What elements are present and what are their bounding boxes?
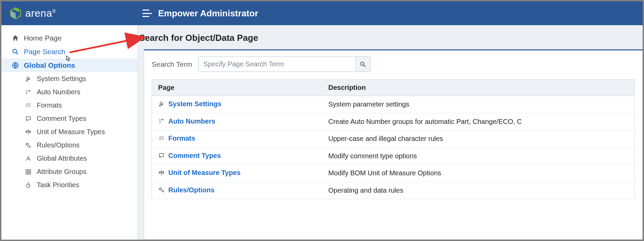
row-description: Create Auto Number groups for automatic …	[322, 113, 635, 130]
sidebar-item-label: Formats	[37, 101, 62, 109]
attributes-icon	[25, 155, 32, 162]
page-link[interactable]: Unit of Measure Types	[158, 169, 241, 177]
auto-number-icon	[25, 89, 32, 96]
page-link-label: Auto Numbers	[168, 117, 215, 125]
table-row: Auto NumbersCreate Auto Number groups fo…	[152, 113, 635, 130]
gears-icon	[25, 142, 32, 149]
sidebar: Home Page Page Search Global Options Sys…	[1, 25, 138, 240]
row-description: Upper-case and illegal character rules	[322, 130, 635, 148]
svg-point-15	[159, 188, 162, 190]
sidebar-item-home[interactable]: Home Page	[1, 31, 137, 45]
search-label: Search Term	[152, 60, 192, 68]
sidebar-item-label: Global Attributes	[37, 155, 87, 162]
page-link[interactable]: System Settings	[158, 100, 221, 108]
brand-name: arena®	[25, 7, 56, 19]
sidebar-item-rules-options[interactable]: Rules/Options	[1, 139, 137, 152]
column-header-description[interactable]: Description	[322, 80, 635, 96]
svg-point-7	[29, 146, 31, 147]
home-icon	[12, 34, 19, 42]
sidebar-item-label: Home Page	[24, 34, 62, 42]
sidebar-item-label: Auto Numbers	[37, 88, 80, 96]
sidebar-item-label: Rules/Options	[37, 141, 80, 149]
svg-point-3	[13, 49, 17, 53]
wrench-icon	[25, 75, 32, 83]
search-icon	[12, 48, 19, 55]
page-link[interactable]: Rules/Options	[158, 186, 215, 194]
sidebar-item-page-search[interactable]: Page Search	[1, 45, 137, 59]
comment-icon	[158, 152, 165, 159]
menu-toggle-icon[interactable]	[142, 10, 152, 17]
sidebar-item-label: Comment Types	[37, 115, 86, 123]
grid-icon	[25, 168, 32, 176]
row-description: Operating and data rules	[322, 182, 635, 199]
table-row: System SettingsSystem parameter settings	[152, 96, 635, 113]
svg-rect-11	[29, 172, 31, 174]
page-link[interactable]: Formats	[158, 134, 195, 142]
page-link-label: Formats	[168, 134, 195, 142]
checklist-icon	[25, 102, 32, 109]
page-link-label: Rules/Options	[168, 186, 215, 194]
table-row: FormatsUpper-case and illegal character …	[152, 130, 635, 148]
header-title: Empower Administrator	[158, 8, 258, 19]
page-link-label: Unit of Measure Types	[168, 169, 241, 177]
search-button[interactable]	[355, 57, 370, 71]
svg-point-16	[162, 191, 164, 192]
svg-line-14	[364, 65, 366, 67]
main-content: Search for Object/Data Page Search Term	[138, 25, 643, 240]
row-description: Modify comment type options	[322, 147, 635, 165]
app-header: arena® Empower Administrator	[1, 1, 643, 25]
sidebar-item-task-priorities[interactable]: Task Priorities	[1, 178, 137, 192]
sidebar-item-uom-types[interactable]: Unit of Measure Types	[1, 125, 137, 139]
balance-icon	[25, 128, 32, 136]
balance-icon	[158, 170, 165, 176]
globe-icon	[12, 62, 19, 69]
page-link[interactable]: Auto Numbers	[158, 117, 215, 125]
search-panel: Search Term Page Description	[144, 49, 643, 240]
sidebar-item-label: Unit of Measure Types	[37, 128, 105, 136]
svg-point-6	[26, 143, 28, 145]
search-input[interactable]	[199, 57, 355, 71]
sidebar-item-global-options[interactable]: Global Options	[1, 59, 137, 72]
page-link[interactable]: Comment Types	[158, 152, 221, 160]
search-icon	[359, 61, 366, 68]
results-table: Page Description System SettingsSystem p…	[152, 79, 635, 199]
page-title: Search for Object/Data Page	[139, 33, 643, 43]
page-link-label: System Settings	[168, 100, 221, 108]
auto-number-icon	[158, 118, 165, 125]
svg-line-4	[16, 53, 18, 55]
sidebar-item-label: Attribute Groups	[37, 168, 87, 176]
table-row: Unit of Measure TypesModify BOM Unit of …	[152, 165, 635, 182]
checklist-icon	[158, 135, 165, 142]
sidebar-item-auto-numbers[interactable]: Auto Numbers	[1, 85, 137, 99]
sidebar-item-label: Global Options	[24, 61, 75, 69]
page-link-label: Comment Types	[168, 152, 221, 160]
arena-logo-icon	[10, 7, 22, 19]
sidebar-item-label: System Settings	[37, 75, 86, 83]
wrench-icon	[158, 101, 165, 108]
sidebar-item-attribute-groups[interactable]: Attribute Groups	[1, 165, 137, 178]
sidebar-item-formats[interactable]: Formats	[1, 99, 137, 112]
row-description: Modify BOM Unit of Measure Options	[322, 165, 635, 182]
gears-icon	[158, 187, 165, 193]
sidebar-item-global-attributes[interactable]: Global Attributes	[1, 152, 137, 165]
column-header-page[interactable]: Page	[152, 80, 322, 96]
table-row: Rules/OptionsOperating and data rules	[152, 182, 635, 199]
svg-rect-10	[26, 172, 28, 174]
brand-logo: arena®	[10, 7, 142, 19]
sidebar-item-system-settings[interactable]: System Settings	[1, 72, 137, 85]
svg-point-13	[361, 62, 364, 65]
comment-icon	[25, 115, 32, 123]
svg-rect-8	[26, 170, 28, 171]
row-description: System parameter settings	[322, 96, 635, 113]
svg-rect-9	[29, 170, 31, 171]
sidebar-item-label: Task Priorities	[37, 181, 79, 189]
table-row: Comment TypesModify comment type options	[152, 147, 635, 165]
stopwatch-icon	[25, 181, 32, 189]
sidebar-item-label: Page Search	[24, 48, 65, 56]
sidebar-item-comment-types[interactable]: Comment Types	[1, 112, 137, 125]
